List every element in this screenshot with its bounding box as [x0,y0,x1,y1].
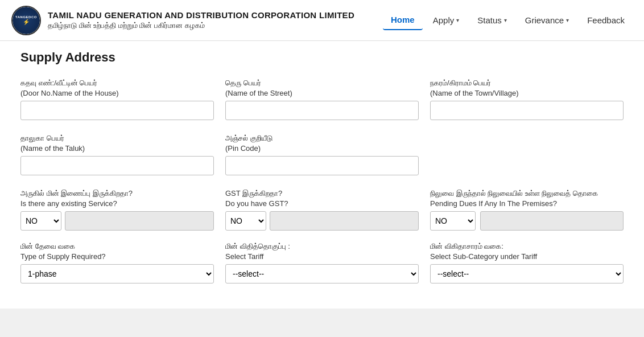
gst-group: GST இருக்கிறதா? Do you have GST? NO YES [225,189,419,231]
placeholder-group [430,134,624,175]
existing-service-label-ta: அருகில் மின் இணைப்பு இருக்கிறதா? [20,189,214,198]
street-label-en: (Name of the Street) [225,89,419,97]
nav-item-feedback[interactable]: Feedback [579,11,633,30]
gst-label-ta: GST இருக்கிறதா? [225,189,419,198]
pending-dues-group: நிலுவை இருந்தால் நிலுவையில் உள்ள நிலுவைத… [430,189,624,231]
pending-dues-select[interactable]: NO YES [430,211,476,231]
nav-label-feedback: Feedback [587,15,625,25]
street-group: தெரு பெயர் (Name of the Street) [225,79,419,120]
door-no-group: கதவு எண்:/வீட்டின் பெயர் (Door No.Name o… [20,79,214,120]
pending-dues-label-en: Pending Dues If Any In The Premises? [430,199,624,208]
town-input[interactable] [430,101,624,120]
pincode-label-en: (Pin Code) [225,144,419,153]
taluk-group: தாலுகா பெயர் (Name of the Taluk) [20,134,214,175]
door-no-input[interactable] [20,101,214,120]
gst-label-en: Do you have GST? [225,199,419,208]
org-name: TAMIL NADU GENERATION AND DISTRIBUTION C… [48,10,354,30]
pincode-label-ta: அஞ்சல் குறியீடு [225,134,419,143]
existing-service-input[interactable] [65,211,214,231]
address-row-2: தாலுகா பெயர் (Name of the Taluk) அஞ்சல் … [20,134,624,175]
nav-label-grievance: Grievance [525,15,564,25]
header: TANGEDCO ⚡ TAMIL NADU GENERATION AND DIS… [0,0,644,41]
existing-service-select[interactable]: NO YES [20,211,61,231]
nav-menu: Home Apply ▾ Status ▾ Grievance ▾ Feedba… [383,10,633,30]
supply-type-label-ta: மின் தேவை வகை [20,242,214,251]
pending-dues-label-ta: நிலுவை இருந்தால் நிலுவையில் உள்ள நிலுவைத… [430,189,624,198]
tariff-label-ta: மின் விதித்தொகுப்பு : [225,242,419,251]
subcategory-label-ta: மின் விகிதாசாரம் வகை: [430,242,624,251]
nav-label-home: Home [391,15,415,24]
gst-input[interactable] [270,211,419,231]
pending-dues-input[interactable] [480,211,624,231]
tariff-label-en: Select Tariff [225,252,419,261]
pincode-input[interactable] [225,156,419,175]
supply-type-label-en: Type of Supply Required? [20,252,214,261]
main-content: Supply Address கதவு எண்:/வீட்டின் பெயர் … [0,41,644,309]
street-input[interactable] [225,101,419,120]
subcategory-select[interactable]: --select-- [430,264,624,283]
subcategory-label-en: Select Sub-Category under Tariff [430,252,624,261]
tariff-group: மின் விதித்தொகுப்பு : Select Tariff --se… [225,242,419,283]
org-name-ta: தமிழ்நாடு மின் உற்பத்தி மற்றும் மின் பகி… [48,21,354,30]
tariff-select[interactable]: --select-- [225,264,419,283]
nav-label-status: Status [477,15,502,25]
existing-service-inline: NO YES [20,211,214,231]
chevron-down-icon-status: ▾ [504,17,507,23]
nav-item-status[interactable]: Status ▾ [469,11,515,30]
gst-select[interactable]: NO YES [225,211,266,231]
town-group: நகரம்/கிராமம் பெயர் (Name of the Town/Vi… [430,79,624,120]
logo-text-main: ⚡ [23,19,30,25]
taluk-label-en: (Name of the Taluk) [20,144,214,153]
door-no-label-ta: கதவு எண்:/வீட்டின் பெயர் [20,79,214,88]
taluk-label-ta: தாலுகா பெயர் [20,134,214,143]
taluk-input[interactable] [20,156,214,175]
town-label-en: (Name of the Town/Village) [430,89,624,97]
chevron-down-icon-apply: ▾ [456,17,459,23]
nav-item-home[interactable]: Home [383,10,423,30]
pending-dues-inline: NO YES [430,211,624,231]
supply-type-select[interactable]: 1-phase 3-phase [20,264,214,283]
section-title: Supply Address [20,50,624,67]
org-name-en: TAMIL NADU GENERATION AND DISTRIBUTION C… [48,10,354,20]
nav-item-apply[interactable]: Apply ▾ [425,11,468,30]
service-row: அருகில் மின் இணைப்பு இருக்கிறதா? Is ther… [20,189,624,231]
chevron-down-icon-grievance: ▾ [566,17,569,23]
logo-area: TANGEDCO ⚡ TAMIL NADU GENERATION AND DIS… [11,6,354,35]
pincode-group: அஞ்சல் குறியீடு (Pin Code) [225,134,419,175]
address-row-1: கதவு எண்:/வீட்டின் பெயர் (Door No.Name o… [20,79,624,120]
existing-service-group: அருகில் மின் இணைப்பு இருக்கிறதா? Is ther… [20,189,214,231]
town-label-ta: நகரம்/கிராமம் பெயர் [430,79,624,88]
logo-circle: TANGEDCO ⚡ [11,6,41,35]
nav-label-apply: Apply [433,15,455,25]
gst-inline: NO YES [225,211,419,231]
existing-service-label-en: Is there any existing Service? [20,199,214,208]
tariff-row: மின் தேவை வகை Type of Supply Required? 1… [20,242,624,283]
logo-inner: TANGEDCO ⚡ [13,7,40,34]
supply-type-group: மின் தேவை வகை Type of Supply Required? 1… [20,242,214,283]
subcategory-group: மின் விகிதாசாரம் வகை: Select Sub-Categor… [430,242,624,283]
nav-item-grievance[interactable]: Grievance ▾ [517,11,577,30]
street-label-ta: தெரு பெயர் [225,79,419,88]
door-no-label-en: (Door No.Name of the House) [20,89,214,97]
